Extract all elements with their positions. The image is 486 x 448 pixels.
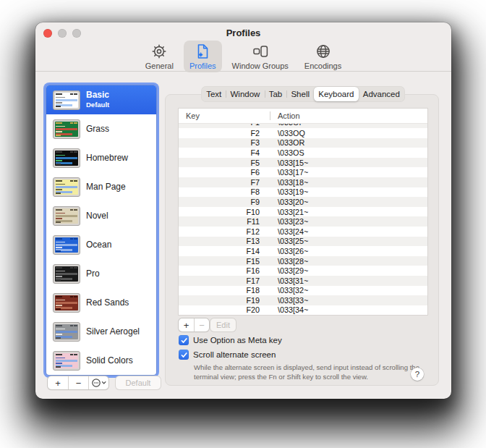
action-cell: \033[20~ — [270, 198, 308, 206]
key-cell: F4 — [179, 148, 270, 157]
column-header-key[interactable]: Key — [179, 111, 270, 120]
help-button[interactable]: ? — [411, 368, 424, 381]
default-button[interactable]: Default — [116, 376, 161, 389]
key-cell: F2 — [179, 129, 270, 138]
window-groups-icon — [252, 42, 269, 61]
key-cell: F9 — [179, 198, 270, 206]
key-cell: F11 — [179, 217, 270, 226]
profile-list-item[interactable]: Pro — [46, 259, 156, 288]
tab[interactable]: Text — [202, 87, 226, 101]
tab[interactable]: Window — [226, 87, 264, 101]
table-row[interactable]: F18 \033[32~ — [179, 286, 427, 296]
toolbar-label: Encodings — [304, 62, 341, 70]
scroll-alternate-screen-checkbox[interactable] — [179, 350, 189, 360]
action-cell: \033OR — [270, 138, 304, 147]
tab[interactable]: Advanced — [359, 87, 404, 101]
table-row[interactable]: F2 \033OQ — [179, 128, 427, 138]
add-profile-button[interactable]: + — [48, 376, 68, 389]
profile-thumbnail — [53, 351, 80, 371]
table-rows: F2 \033OQ F3 \033OR F4 \033OS F5 \033[15… — [179, 128, 427, 315]
table-row[interactable]: F17 \033[31~ — [179, 276, 427, 286]
key-cell: F19 — [179, 296, 270, 305]
toolbar-item-profiles[interactable]: Profiles — [184, 41, 222, 72]
checkmark-icon — [180, 337, 188, 345]
table-row[interactable]: F13 \033[25~ — [179, 237, 427, 247]
action-cell: \033[15~ — [270, 159, 308, 167]
action-cell: \033[17~ — [270, 168, 308, 177]
profile-action-menu-button[interactable] — [88, 376, 108, 389]
profile-thumbnail — [53, 206, 80, 226]
table-row[interactable]: F3 \033OR — [179, 138, 427, 148]
ellipsis-circle-icon — [91, 378, 107, 388]
profile-list-item[interactable]: Novel — [46, 201, 156, 230]
keyboard-mapping-table: Key Action F1 \033OP F2 \033OQ F3 \033OR — [179, 109, 427, 315]
action-cell: \033[21~ — [270, 208, 308, 216]
profile-list-item[interactable]: Ocean — [46, 230, 156, 259]
action-cell: \033OS — [270, 148, 304, 157]
remove-mapping-button[interactable]: − — [194, 318, 209, 331]
table-row[interactable]: F16 \033[29~ — [179, 266, 427, 276]
table-row[interactable]: F4 \033OS — [179, 148, 427, 158]
table-row[interactable]: F14 \033[26~ — [179, 246, 427, 256]
key-cell: F7 — [179, 178, 270, 187]
profiles-list: Basic Default — [46, 85, 156, 375]
profile-thumbnail — [53, 148, 80, 168]
key-cell: F18 — [179, 286, 270, 295]
profile-list-item[interactable]: Solid Colors — [46, 346, 156, 375]
table-row[interactable]: F6 \033[17~ — [179, 167, 427, 177]
key-cell: F13 — [179, 237, 270, 245]
action-cell: \033[32~ — [270, 286, 308, 295]
profile-list-item[interactable]: Basic Default — [46, 85, 156, 114]
table-row[interactable]: F19 \033[33~ — [179, 295, 427, 305]
profile-name: Solid Colors — [86, 356, 133, 365]
table-row[interactable]: F8 \033[19~ — [179, 187, 427, 198]
add-mapping-button[interactable]: + — [179, 318, 194, 331]
checkbox-label: Use Option as Meta key — [193, 336, 282, 345]
profile-list-item[interactable]: Silver Aerogel — [46, 317, 156, 346]
profile-default-badge: Default — [86, 100, 109, 109]
profile-list-item[interactable]: Red Sands — [46, 288, 156, 317]
tab[interactable]: Tab — [265, 87, 287, 101]
table-row[interactable]: F11 \033[23~ — [179, 216, 427, 227]
profile-thumbnail — [53, 119, 80, 139]
profile-name: Pro — [86, 269, 100, 279]
gear-icon — [150, 42, 168, 61]
window-title: Profiles — [35, 28, 451, 38]
toolbar-item-window-groups[interactable]: Window Groups — [226, 41, 294, 72]
table-row[interactable]: F10 \033[21~ — [179, 207, 427, 217]
key-cell: F3 — [179, 138, 270, 147]
profile-list-item[interactable]: Man Page — [46, 172, 156, 201]
toolbar-item-encodings[interactable]: Encodings — [299, 41, 347, 72]
toolbar-item-general[interactable]: General — [140, 41, 179, 72]
table-header: Key Action — [179, 109, 427, 124]
remove-profile-button[interactable]: − — [68, 376, 88, 389]
key-cell: F8 — [179, 187, 270, 196]
profile-thumbnail — [53, 293, 80, 313]
table-row[interactable]: F20 \033[34~ — [179, 305, 427, 315]
table-row[interactable]: F7 \033[18~ — [179, 177, 427, 187]
checkbox-label: Scroll alternate screen — [193, 350, 276, 359]
alternate-screen-note: While the alternate screen is displayed,… — [194, 363, 424, 381]
profile-list-item[interactable]: Homebrew — [46, 143, 156, 172]
tab[interactable]: Keyboard — [314, 87, 358, 101]
table-row[interactable]: F12 \033[24~ — [179, 227, 427, 237]
use-option-as-meta-checkbox[interactable] — [179, 335, 189, 345]
action-cell: \033[29~ — [270, 266, 308, 275]
profile-name: Ocean — [86, 240, 111, 250]
table-row[interactable]: F15 \033[28~ — [179, 256, 427, 266]
profile-thumbnail — [53, 177, 80, 197]
profile-name: Man Page — [86, 182, 126, 192]
column-header-action[interactable]: Action — [270, 111, 300, 120]
profile-list-item[interactable]: Grass — [46, 114, 156, 143]
edit-mapping-button[interactable]: Edit — [210, 318, 236, 331]
table-row[interactable]: F5 \033[15~ — [179, 158, 427, 168]
table-row-partial[interactable]: F1 \033OP — [179, 124, 427, 128]
profile-thumbnail — [53, 322, 80, 342]
action-cell: \033[25~ — [270, 237, 308, 245]
preferences-window: Profiles General — [35, 22, 451, 399]
tab[interactable]: Shell — [286, 87, 314, 101]
action-cell: \033[28~ — [270, 257, 308, 266]
action-cell: \033[19~ — [270, 187, 308, 196]
table-row[interactable]: F9 \033[20~ — [179, 197, 427, 207]
action-cell: \033[24~ — [270, 227, 308, 236]
